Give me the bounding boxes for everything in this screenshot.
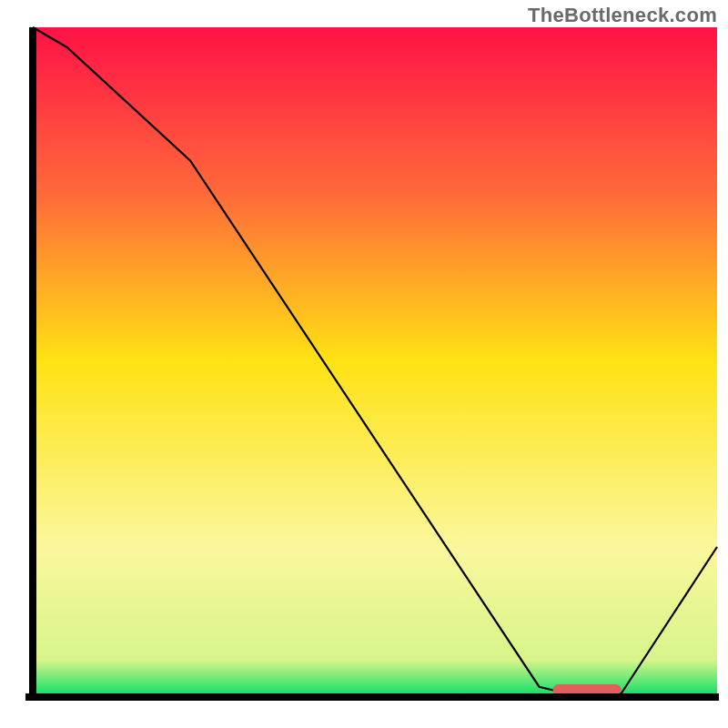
chart-container: TheBottleneck.com [0, 0, 728, 728]
gradient-background [33, 27, 717, 693]
bottleneck-chart [0, 0, 728, 728]
watermark-text: TheBottleneck.com [528, 4, 717, 27]
